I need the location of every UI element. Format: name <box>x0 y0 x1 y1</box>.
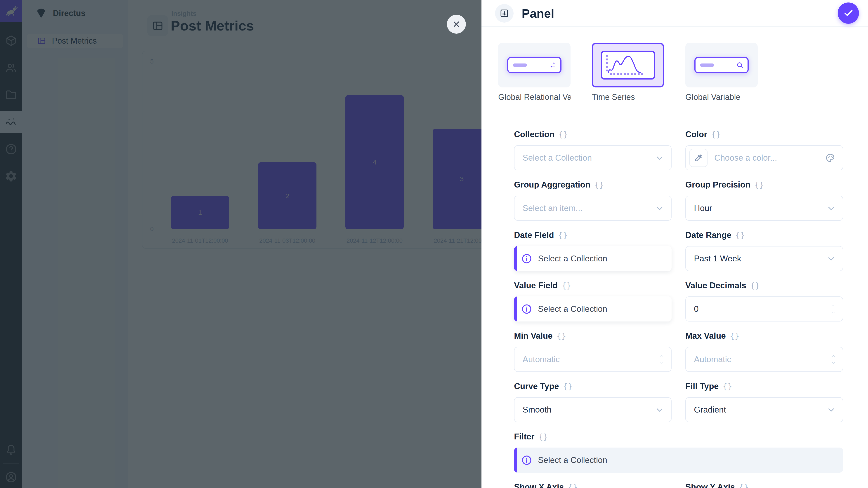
panel-type-label: Global Variable <box>685 92 758 102</box>
panel-type-row: Global Relational Varia... Time Series <box>498 43 758 102</box>
raw-value-icon[interactable]: {} <box>563 382 573 391</box>
raw-value-icon[interactable]: {} <box>723 382 733 391</box>
max-value-input[interactable]: Automatic <box>685 347 843 372</box>
field-label: Group Aggregation <box>514 180 590 190</box>
field-value-field: Value Field{} Select a Collection <box>514 281 672 322</box>
chevron-down-icon <box>655 405 664 415</box>
field-label: Group Precision <box>685 180 750 190</box>
field-label: Date Field <box>514 230 554 240</box>
panel-type-label: Global Relational Varia... <box>498 92 570 102</box>
stepper-down-icon[interactable] <box>830 361 837 365</box>
field-label: Color <box>685 130 707 139</box>
raw-value-icon[interactable]: {} <box>594 181 604 189</box>
panel-type-time-series[interactable] <box>592 43 664 88</box>
info-icon <box>521 253 532 264</box>
field-show-x-axis: Show X Axis{} <box>514 482 672 488</box>
raw-value-icon[interactable]: {} <box>558 231 568 240</box>
raw-value-icon[interactable]: {} <box>559 130 568 139</box>
panel-options-form: Collection{} Select a Collection Color{}… <box>514 117 843 488</box>
insert-chart-icon <box>499 8 509 18</box>
field-show-y-axis: Show Y Axis{} <box>685 482 843 488</box>
swap-arrows-icon <box>549 61 557 69</box>
field-date-field: Date Field{} Select a Collection <box>514 230 672 271</box>
field-label: Value Decimals <box>685 281 746 290</box>
group-aggregation-select[interactable]: Select an item... <box>514 196 672 221</box>
stepper-up-icon[interactable] <box>830 354 837 358</box>
stepper-down-icon[interactable] <box>830 310 837 315</box>
relational-variable-illustration <box>507 57 561 73</box>
raw-value-icon[interactable]: {} <box>730 332 740 340</box>
date-range-select[interactable]: Past 1 Week <box>685 246 843 271</box>
field-label: Curve Type <box>514 382 559 391</box>
field-group-precision: Group Precision{} Hour <box>685 180 843 221</box>
color-input[interactable]: Choose a color... <box>685 145 843 170</box>
chevron-down-icon <box>827 203 836 213</box>
filter-notice: Select a Collection <box>514 448 843 473</box>
field-date-range: Date Range{} Past 1 Week <box>685 230 843 271</box>
stepper-down-icon[interactable] <box>658 361 665 365</box>
field-min-value: Min Value{} Automatic <box>514 331 672 372</box>
raw-value-icon[interactable]: {} <box>736 231 745 240</box>
info-icon <box>521 304 532 315</box>
number-steppers[interactable] <box>658 354 665 365</box>
field-label: Collection <box>514 130 555 139</box>
field-label: Show Y Axis <box>685 482 735 488</box>
raw-value-icon[interactable]: {} <box>557 332 567 340</box>
fill-type-select[interactable]: Gradient <box>685 397 843 422</box>
time-series-illustration <box>601 51 655 79</box>
raw-value-icon[interactable]: {} <box>568 483 578 488</box>
date-field-notice: Select a Collection <box>514 246 672 271</box>
stepper-up-icon[interactable] <box>658 354 665 358</box>
drawer-title: Panel <box>522 6 554 20</box>
raw-value-icon[interactable]: {} <box>739 483 749 488</box>
field-curve-type: Curve Type{} Smooth <box>514 381 672 422</box>
number-steppers[interactable] <box>830 303 837 315</box>
global-variable-illustration <box>694 57 749 73</box>
field-label: Show X Axis <box>514 482 564 488</box>
curve-type-select[interactable]: Smooth <box>514 397 672 422</box>
drawer-close-button[interactable] <box>447 15 466 34</box>
raw-value-icon[interactable]: {} <box>711 130 721 139</box>
field-label: Fill Type <box>685 382 719 391</box>
field-collection: Collection{} Select a Collection <box>514 129 672 170</box>
eyedropper-button[interactable] <box>689 149 708 167</box>
field-label: Max Value <box>685 331 726 341</box>
field-group-aggregation: Group Aggregation{} Select an item... <box>514 180 672 221</box>
chevron-down-icon <box>655 203 664 213</box>
group-precision-select[interactable]: Hour <box>685 196 843 221</box>
field-max-value: Max Value{} Automatic <box>685 331 843 372</box>
chevron-down-icon <box>655 153 664 163</box>
drawer-header: Panel <box>482 0 868 27</box>
number-steppers[interactable] <box>830 354 837 365</box>
raw-value-icon[interactable]: {} <box>538 432 548 441</box>
eyedropper-icon <box>694 153 703 162</box>
check-icon <box>843 8 854 19</box>
save-button[interactable] <box>838 2 859 24</box>
palette-icon[interactable] <box>825 153 835 163</box>
field-label: Date Range <box>685 230 732 240</box>
panel-drawer: Panel Global Relational Varia... <box>482 0 868 488</box>
value-field-notice: Select a Collection <box>514 296 672 322</box>
min-value-input[interactable]: Automatic <box>514 347 672 372</box>
field-label: Value Field <box>514 281 558 290</box>
field-filter: Filter{} Select a Collection <box>514 432 843 473</box>
panel-type-global-relational-variable[interactable] <box>498 43 570 88</box>
raw-value-icon[interactable]: {} <box>562 281 572 290</box>
panel-type-label: Time Series <box>592 92 664 102</box>
info-icon <box>521 455 532 466</box>
raw-value-icon[interactable]: {} <box>754 181 765 189</box>
chevron-down-icon <box>827 405 836 415</box>
raw-value-icon[interactable]: {} <box>750 281 760 290</box>
field-value-decimals: Value Decimals{} 0 <box>685 281 843 322</box>
field-label: Filter <box>514 432 534 442</box>
stepper-up-icon[interactable] <box>830 303 837 308</box>
search-icon <box>736 61 744 69</box>
panel-type-global-variable[interactable] <box>685 43 758 88</box>
close-icon <box>452 19 461 29</box>
value-decimals-input[interactable]: 0 <box>685 296 843 322</box>
chevron-down-icon <box>827 254 836 263</box>
panel-icon-circle <box>495 4 514 23</box>
collection-select[interactable]: Select a Collection <box>514 145 672 170</box>
field-fill-type: Fill Type{} Gradient <box>685 381 843 422</box>
field-color: Color{} Choose a color... <box>685 129 843 170</box>
